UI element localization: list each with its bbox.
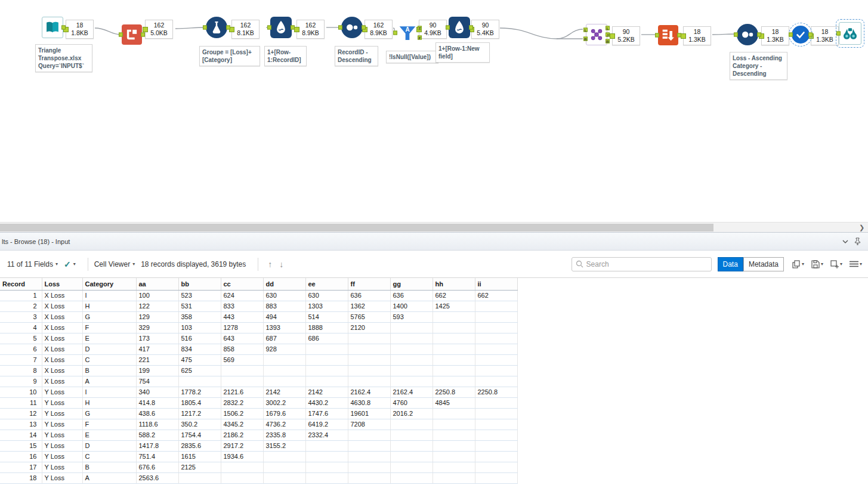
data-cell[interactable]: 2250.8 xyxy=(475,387,517,397)
column-header-gg[interactable]: gg xyxy=(390,278,433,290)
tool-caption[interactable]: Triangle Transpose.xlsx Query=`INPUT$` xyxy=(35,44,92,72)
output-anchor[interactable] xyxy=(808,33,813,37)
data-cell[interactable]: 2142 xyxy=(305,387,348,397)
data-cell[interactable] xyxy=(390,451,433,462)
data-cell[interactable]: X Loss xyxy=(42,301,82,311)
data-cell[interactable] xyxy=(348,451,390,462)
data-cell[interactable]: 475 xyxy=(178,354,221,365)
data-cell[interactable]: D xyxy=(82,440,136,451)
data-cell[interactable] xyxy=(305,344,348,354)
data-cell[interactable]: 1425 xyxy=(433,301,475,311)
data-cell[interactable] xyxy=(348,344,390,354)
data-cell[interactable] xyxy=(433,440,475,451)
record-count-annotation[interactable]: 181.3KB xyxy=(683,26,711,45)
data-cell[interactable] xyxy=(390,376,433,387)
cell-viewer-dropdown[interactable]: Cell Viewer▾ xyxy=(94,260,135,268)
data-cell[interactable] xyxy=(305,376,348,387)
data-cell[interactable]: 350.2 xyxy=(178,419,221,430)
output-anchor[interactable] xyxy=(291,26,295,30)
browse-tool[interactable] xyxy=(839,22,861,45)
data-cell[interactable] xyxy=(475,408,517,419)
data-cell[interactable]: 2162.4 xyxy=(390,387,433,397)
data-cell[interactable] xyxy=(263,462,305,472)
record-number-cell[interactable]: 14 xyxy=(0,430,42,440)
data-cell[interactable] xyxy=(475,365,517,376)
data-cell[interactable] xyxy=(390,430,433,440)
record-number-cell[interactable]: 16 xyxy=(0,451,42,462)
data-cell[interactable] xyxy=(390,462,433,472)
column-header-ee[interactable]: ee xyxy=(305,278,348,290)
data-cell[interactable]: F xyxy=(82,322,136,333)
record-number-cell[interactable]: 10 xyxy=(0,387,42,397)
workflow-canvas[interactable]: 181.8KBTriangle Transpose.xlsx Query=`IN… xyxy=(0,0,868,222)
column-header-loss[interactable]: Loss xyxy=(42,278,82,290)
column-header-hh[interactable]: hh xyxy=(433,278,475,290)
record-count-annotation[interactable]: 181.3KB xyxy=(811,26,839,45)
data-cell[interactable]: 329 xyxy=(136,322,178,333)
data-cell[interactable]: Y Loss xyxy=(42,440,82,451)
data-cell[interactable] xyxy=(348,376,390,387)
fields-dropdown[interactable]: 11 of 11 Fields▾ xyxy=(7,260,58,268)
data-cell[interactable] xyxy=(433,376,475,387)
data-cell[interactable]: 417 xyxy=(136,344,178,354)
data-cell[interactable]: 1278 xyxy=(221,322,263,333)
data-cell[interactable] xyxy=(348,430,390,440)
data-cell[interactable]: 7208 xyxy=(348,419,390,430)
r-input-anchor[interactable]: R xyxy=(583,36,588,41)
data-tab-button[interactable]: Data xyxy=(718,257,743,271)
input-anchor[interactable] xyxy=(655,33,659,38)
cross-tab-tool[interactable] xyxy=(658,25,678,45)
t-output-anchor[interactable]: T xyxy=(418,26,422,30)
data-cell[interactable]: 4345.2 xyxy=(221,419,263,430)
record-count-annotation[interactable]: 1625.0KB xyxy=(145,20,173,39)
data-cell[interactable] xyxy=(475,354,517,365)
record-number-cell[interactable]: 8 xyxy=(0,365,42,376)
data-cell[interactable]: Y Loss xyxy=(42,462,82,472)
record-count-annotation[interactable]: 181.3KB xyxy=(761,26,789,45)
data-cell[interactable]: E xyxy=(82,333,136,344)
data-cell[interactable]: 1754.4 xyxy=(178,430,221,440)
data-cell[interactable]: Y Loss xyxy=(42,387,82,397)
data-cell[interactable]: 686 xyxy=(305,333,348,344)
menu-button[interactable]: ▾ xyxy=(850,261,862,267)
search-input[interactable] xyxy=(586,260,708,268)
data-cell[interactable] xyxy=(433,344,475,354)
multi-row-formula-tool[interactable] xyxy=(270,17,292,38)
data-cell[interactable]: 2335.8 xyxy=(263,430,305,440)
data-cell[interactable]: C xyxy=(82,451,136,462)
data-cell[interactable] xyxy=(348,472,390,483)
data-cell[interactable]: 630 xyxy=(305,290,348,301)
formula-tool[interactable] xyxy=(206,17,227,38)
data-cell[interactable] xyxy=(433,430,475,440)
output-anchor[interactable] xyxy=(226,26,230,30)
data-cell[interactable]: 1362 xyxy=(348,301,390,311)
data-cell[interactable]: 1303 xyxy=(305,301,348,311)
data-cell[interactable]: 1888 xyxy=(305,322,348,333)
data-cell[interactable]: 3155.2 xyxy=(263,440,305,451)
data-cell[interactable]: 2835.6 xyxy=(178,440,221,451)
data-cell[interactable]: 100 xyxy=(136,290,178,301)
data-cell[interactable]: 2332.4 xyxy=(305,430,348,440)
sort-tool[interactable] xyxy=(341,17,363,38)
data-cell[interactable]: 414.8 xyxy=(136,397,178,408)
data-cell[interactable]: 928 xyxy=(263,344,305,354)
input-anchor[interactable] xyxy=(446,26,450,30)
data-cell[interactable]: 19601 xyxy=(348,408,390,419)
data-cell[interactable]: 129 xyxy=(136,311,178,322)
data-cell[interactable]: 1417.8 xyxy=(136,440,178,451)
data-cell[interactable]: 662 xyxy=(433,290,475,301)
data-cell[interactable] xyxy=(305,451,348,462)
data-cell[interactable]: 1217.2 xyxy=(178,408,221,419)
data-cell[interactable]: 883 xyxy=(263,301,305,311)
data-cell[interactable] xyxy=(221,365,263,376)
record-count-annotation[interactable]: 1628.1KB xyxy=(231,20,260,39)
data-cell[interactable]: 636 xyxy=(348,290,390,301)
data-cell[interactable]: 2162.4 xyxy=(348,387,390,397)
new-window-button[interactable]: ▾ xyxy=(830,260,842,268)
f-output-anchor[interactable]: F xyxy=(418,36,422,40)
check-tool[interactable] xyxy=(792,26,810,44)
input-anchor[interactable] xyxy=(119,33,123,37)
data-cell[interactable]: 2120 xyxy=(348,322,390,333)
j-output-anchor[interactable]: J xyxy=(606,33,610,37)
data-cell[interactable]: 173 xyxy=(136,333,178,344)
